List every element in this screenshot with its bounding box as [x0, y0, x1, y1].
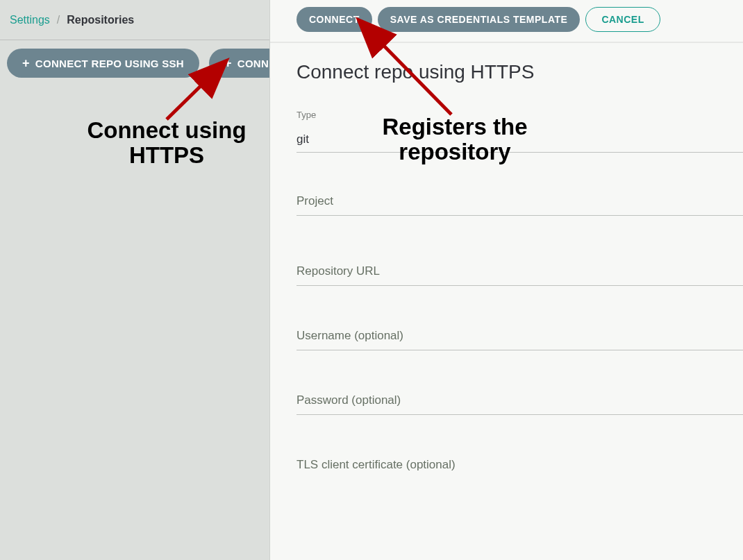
- svg-line-0: [167, 82, 205, 119]
- svg-line-1: [380, 42, 451, 114]
- annotation-arrows: [0, 0, 743, 560]
